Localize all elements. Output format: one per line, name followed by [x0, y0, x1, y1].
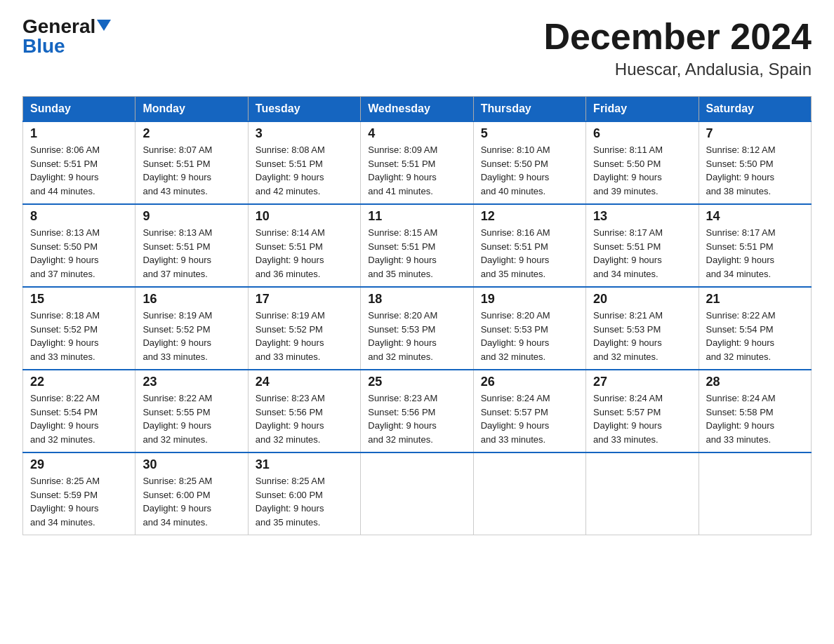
day-info: Sunrise: 8:24 AM Sunset: 5:58 PM Dayligh…: [706, 391, 804, 446]
calendar-week-row: 15 Sunrise: 8:18 AM Sunset: 5:52 PM Dayl…: [23, 287, 812, 370]
day-info: Sunrise: 8:06 AM Sunset: 5:51 PM Dayligh…: [30, 143, 128, 198]
day-number: 20: [593, 292, 691, 307]
day-number: 19: [481, 292, 578, 307]
table-row: 23 Sunrise: 8:22 AM Sunset: 5:55 PM Dayl…: [135, 370, 248, 452]
day-number: 25: [368, 375, 465, 389]
day-info: Sunrise: 8:21 AM Sunset: 5:53 PM Dayligh…: [593, 309, 691, 363]
col-monday: Monday: [135, 97, 248, 122]
day-number: 7: [706, 126, 804, 141]
day-info: Sunrise: 8:10 AM Sunset: 5:50 PM Dayligh…: [481, 143, 578, 198]
day-info: Sunrise: 8:17 AM Sunset: 5:51 PM Dayligh…: [706, 226, 804, 281]
calendar-week-row: 29 Sunrise: 8:25 AM Sunset: 5:59 PM Dayl…: [23, 452, 812, 535]
table-row: 26 Sunrise: 8:24 AM Sunset: 5:57 PM Dayl…: [473, 370, 585, 452]
day-info: Sunrise: 8:09 AM Sunset: 5:51 PM Dayligh…: [368, 143, 465, 198]
day-info: Sunrise: 8:22 AM Sunset: 5:54 PM Dayligh…: [706, 309, 804, 363]
day-number: 14: [706, 209, 804, 224]
table-row: 22 Sunrise: 8:22 AM Sunset: 5:54 PM Dayl…: [23, 370, 135, 452]
day-number: 8: [30, 209, 128, 224]
day-number: 11: [368, 209, 465, 224]
logo: General Blue: [22, 17, 111, 56]
page-header: General Blue December 2024 Huescar, Anda…: [22, 17, 812, 79]
logo-triangle-icon: [97, 20, 111, 31]
day-number: 15: [30, 292, 128, 307]
day-info: Sunrise: 8:15 AM Sunset: 5:51 PM Dayligh…: [368, 226, 465, 281]
day-info: Sunrise: 8:14 AM Sunset: 5:51 PM Dayligh…: [256, 226, 353, 281]
day-info: Sunrise: 8:19 AM Sunset: 5:52 PM Dayligh…: [256, 309, 353, 363]
table-row: 4 Sunrise: 8:09 AM Sunset: 5:51 PM Dayli…: [361, 121, 473, 204]
table-row: 27 Sunrise: 8:24 AM Sunset: 5:57 PM Dayl…: [586, 370, 699, 452]
day-number: 29: [30, 457, 128, 472]
day-info: Sunrise: 8:08 AM Sunset: 5:51 PM Dayligh…: [256, 143, 353, 198]
day-info: Sunrise: 8:12 AM Sunset: 5:50 PM Dayligh…: [706, 143, 804, 198]
table-row: 7 Sunrise: 8:12 AM Sunset: 5:50 PM Dayli…: [699, 121, 811, 204]
logo-general-text: General: [22, 17, 95, 36]
day-number: 1: [30, 126, 128, 141]
day-info: Sunrise: 8:23 AM Sunset: 5:56 PM Dayligh…: [368, 391, 465, 446]
day-number: 5: [481, 126, 578, 141]
table-row: 21 Sunrise: 8:22 AM Sunset: 5:54 PM Dayl…: [699, 287, 811, 370]
calendar-week-row: 1 Sunrise: 8:06 AM Sunset: 5:51 PM Dayli…: [23, 121, 812, 204]
day-info: Sunrise: 8:20 AM Sunset: 5:53 PM Dayligh…: [368, 309, 465, 363]
col-saturday: Saturday: [699, 97, 811, 122]
day-number: 31: [256, 457, 353, 472]
table-row: 3 Sunrise: 8:08 AM Sunset: 5:51 PM Dayli…: [248, 121, 360, 204]
table-row: 1 Sunrise: 8:06 AM Sunset: 5:51 PM Dayli…: [23, 121, 135, 204]
table-row: 14 Sunrise: 8:17 AM Sunset: 5:51 PM Dayl…: [699, 204, 811, 287]
day-info: Sunrise: 8:25 AM Sunset: 6:00 PM Dayligh…: [143, 474, 240, 529]
day-number: 9: [143, 209, 240, 224]
col-tuesday: Tuesday: [248, 97, 360, 122]
day-info: Sunrise: 8:22 AM Sunset: 5:54 PM Dayligh…: [30, 391, 128, 446]
table-row: 12 Sunrise: 8:16 AM Sunset: 5:51 PM Dayl…: [473, 204, 585, 287]
day-number: 21: [706, 292, 804, 307]
table-row: 16 Sunrise: 8:19 AM Sunset: 5:52 PM Dayl…: [135, 287, 248, 370]
day-number: 4: [368, 126, 465, 141]
table-row: 18 Sunrise: 8:20 AM Sunset: 5:53 PM Dayl…: [361, 287, 473, 370]
day-info: Sunrise: 8:07 AM Sunset: 5:51 PM Dayligh…: [143, 143, 240, 198]
table-row: [473, 452, 585, 535]
table-row: 29 Sunrise: 8:25 AM Sunset: 5:59 PM Dayl…: [23, 452, 135, 535]
day-number: 28: [706, 375, 804, 389]
col-sunday: Sunday: [23, 97, 135, 122]
day-info: Sunrise: 8:25 AM Sunset: 5:59 PM Dayligh…: [30, 474, 128, 529]
day-number: 27: [593, 375, 691, 389]
day-info: Sunrise: 8:13 AM Sunset: 5:50 PM Dayligh…: [30, 226, 128, 281]
calendar-header-row: Sunday Monday Tuesday Wednesday Thursday…: [23, 97, 812, 122]
day-info: Sunrise: 8:17 AM Sunset: 5:51 PM Dayligh…: [593, 226, 691, 281]
day-number: 26: [481, 375, 578, 389]
day-number: 17: [256, 292, 353, 307]
table-row: [586, 452, 699, 535]
table-row: 19 Sunrise: 8:20 AM Sunset: 5:53 PM Dayl…: [473, 287, 585, 370]
table-row: [699, 452, 811, 535]
table-row: 15 Sunrise: 8:18 AM Sunset: 5:52 PM Dayl…: [23, 287, 135, 370]
day-info: Sunrise: 8:22 AM Sunset: 5:55 PM Dayligh…: [143, 391, 240, 446]
table-row: 17 Sunrise: 8:19 AM Sunset: 5:52 PM Dayl…: [248, 287, 360, 370]
table-row: 20 Sunrise: 8:21 AM Sunset: 5:53 PM Dayl…: [586, 287, 699, 370]
title-block: December 2024 Huescar, Andalusia, Spain: [543, 17, 812, 79]
calendar-location: Huescar, Andalusia, Spain: [543, 60, 812, 79]
day-number: 6: [593, 126, 691, 141]
day-info: Sunrise: 8:24 AM Sunset: 5:57 PM Dayligh…: [593, 391, 691, 446]
table-row: 5 Sunrise: 8:10 AM Sunset: 5:50 PM Dayli…: [473, 121, 585, 204]
table-row: 28 Sunrise: 8:24 AM Sunset: 5:58 PM Dayl…: [699, 370, 811, 452]
day-number: 13: [593, 209, 691, 224]
day-info: Sunrise: 8:19 AM Sunset: 5:52 PM Dayligh…: [143, 309, 240, 363]
day-number: 2: [143, 126, 240, 141]
table-row: 24 Sunrise: 8:23 AM Sunset: 5:56 PM Dayl…: [248, 370, 360, 452]
day-number: 16: [143, 292, 240, 307]
day-number: 3: [256, 126, 353, 141]
table-row: 10 Sunrise: 8:14 AM Sunset: 5:51 PM Dayl…: [248, 204, 360, 287]
table-row: 9 Sunrise: 8:13 AM Sunset: 5:51 PM Dayli…: [135, 204, 248, 287]
day-number: 23: [143, 375, 240, 389]
day-info: Sunrise: 8:18 AM Sunset: 5:52 PM Dayligh…: [30, 309, 128, 363]
day-info: Sunrise: 8:13 AM Sunset: 5:51 PM Dayligh…: [143, 226, 240, 281]
day-info: Sunrise: 8:25 AM Sunset: 6:00 PM Dayligh…: [256, 474, 353, 529]
table-row: 31 Sunrise: 8:25 AM Sunset: 6:00 PM Dayl…: [248, 452, 360, 535]
table-row: 8 Sunrise: 8:13 AM Sunset: 5:50 PM Dayli…: [23, 204, 135, 287]
day-number: 30: [143, 457, 240, 472]
table-row: 11 Sunrise: 8:15 AM Sunset: 5:51 PM Dayl…: [361, 204, 473, 287]
table-row: 13 Sunrise: 8:17 AM Sunset: 5:51 PM Dayl…: [586, 204, 699, 287]
day-info: Sunrise: 8:11 AM Sunset: 5:50 PM Dayligh…: [593, 143, 691, 198]
table-row: 2 Sunrise: 8:07 AM Sunset: 5:51 PM Dayli…: [135, 121, 248, 204]
day-number: 10: [256, 209, 353, 224]
calendar-week-row: 22 Sunrise: 8:22 AM Sunset: 5:54 PM Dayl…: [23, 370, 812, 452]
